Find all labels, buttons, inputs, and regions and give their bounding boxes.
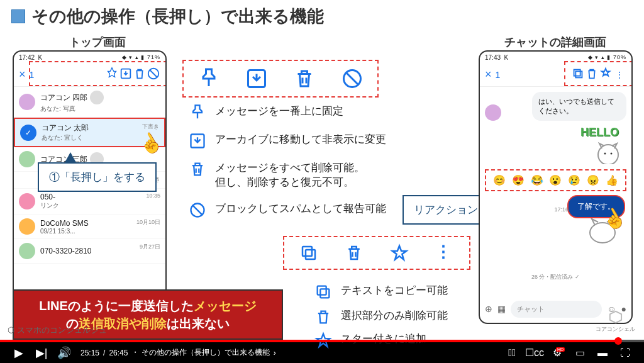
avatar: [19, 218, 35, 235]
avatar: [485, 104, 501, 121]
video-controls: ▶ ▶| 🔊 25:15 / 26:45 ・ その他の操作（長押し）で出来る機能…: [0, 342, 644, 363]
star-icon: [390, 243, 409, 262]
avatar: [19, 243, 35, 259]
miniplayer-button[interactable]: ▭: [569, 342, 591, 363]
theater-button[interactable]: ▬: [591, 342, 614, 363]
action-icons-row-1: [182, 60, 379, 98]
archive-icon: [245, 67, 268, 90]
delete-icon: [293, 67, 316, 90]
chat-row[interactable]: 050- リンク 10:35: [14, 189, 165, 215]
volume-button[interactable]: 🔊: [53, 342, 75, 363]
selection-count: 1: [496, 70, 501, 80]
page-title: その他の操作（長押し）で出来る機能: [31, 5, 324, 28]
delivered-status: 26 分・配信済み ✓: [480, 273, 631, 281]
watermark-right: コアコンシェル: [596, 310, 635, 333]
chat-row[interactable]: DoCoMo SMS 09/21 15:3... 10月10日: [14, 215, 165, 239]
svg-rect-7: [303, 247, 312, 256]
left-subtitle: トップ画面: [69, 35, 126, 50]
hello-sticker: HELLO: [480, 126, 631, 139]
autoplay-toggle[interactable]: ▸⃝: [501, 342, 523, 363]
time-display: 25:15 / 26:45 ・ その他の操作（長押し）で出来る機能 ›: [80, 347, 276, 358]
close-icon[interactable]: ×: [485, 68, 492, 81]
pin-icon: [197, 67, 220, 90]
svg-rect-8: [320, 289, 329, 298]
copy-icon: [299, 243, 318, 262]
callout-step-1: ①「長押し」をする: [38, 162, 157, 192]
watermark-left: ⬡ スマホのコンシェルジュ: [8, 325, 107, 336]
title-marker: [11, 9, 25, 23]
chapter-next-icon[interactable]: ›: [274, 349, 276, 357]
svg-point-14: [611, 153, 613, 155]
close-icon[interactable]: ×: [19, 68, 26, 81]
gallery-icon[interactable]: ▦: [497, 304, 506, 314]
avatar: [19, 151, 35, 167]
subtitles-button[interactable]: ☐cc: [523, 342, 546, 363]
explain-copy: テキストをコピー可能: [314, 283, 448, 301]
fullscreen-button[interactable]: ⛶: [614, 342, 636, 363]
avatar: [19, 94, 35, 110]
page-title-row: その他の操作（長押し）で出来る機能: [11, 5, 324, 28]
explain-archive: アーカイブに移動して非表示に変更: [189, 132, 386, 150]
message-time: 17:16: [554, 206, 569, 213]
svg-point-13: [604, 153, 606, 155]
next-button[interactable]: ▶|: [30, 342, 53, 363]
settings-button[interactable]: ⚙HD: [546, 342, 569, 363]
selection-action-bar: × 1: [14, 63, 165, 87]
chat-row[interactable]: コアコン 四郎 あなた: 写真: [14, 87, 165, 118]
explain-pin: メッセージを一番上に固定: [189, 104, 343, 121]
add-icon[interactable]: ⊕: [485, 304, 492, 314]
explain-delete: メッセージをすべて削除可能。 但し、削除すると復元不可。: [189, 160, 365, 189]
action-icons-row-2: ⋮: [283, 236, 470, 270]
phone-chat-detail: 17:43 K ◆ ▾ ▴ ▮ 70% × 1 ⋮ はい、いつでも送信してくださ…: [479, 50, 633, 324]
more-icon: ⋮: [435, 243, 454, 262]
explain-delete-sel: 選択部分のみ削除可能: [314, 308, 448, 326]
block-icon: [341, 67, 364, 90]
cat-sticker: [592, 139, 624, 164]
play-button[interactable]: ▶: [8, 342, 30, 363]
delete-icon: [345, 243, 364, 262]
svg-rect-9: [318, 286, 326, 295]
explain-block: ブロックしてスパムとして報告可能: [189, 201, 386, 219]
svg-rect-6: [306, 250, 315, 259]
reaction-bar[interactable]: 😊😍😂😮😢😠👍: [485, 169, 626, 191]
chat-bubble-in: はい、いつでも送信してください。: [532, 92, 626, 121]
avatar: [19, 193, 35, 209]
avatar-checked: ✓: [20, 125, 36, 141]
right-subtitle: チャットの詳細画面: [504, 35, 606, 50]
chat-row[interactable]: 070-3320-2810 9月27日: [14, 239, 165, 264]
chat-input[interactable]: チャット: [511, 301, 602, 318]
chat-action-bar: × 1 ⋮: [480, 63, 631, 87]
